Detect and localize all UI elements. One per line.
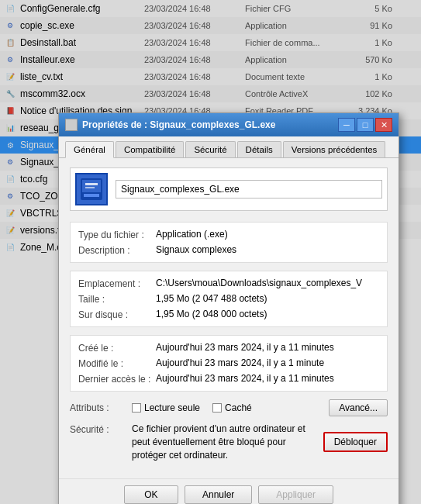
dialog-content: Signaux_complexes_GL.exe Type du fichier… — [59, 158, 399, 478]
tabs-bar: Général Compatibilité Sécurité Détails V… — [59, 136, 399, 158]
hidden-checkbox[interactable] — [212, 403, 222, 413]
properties-dialog: Propriétés de : Signaux_complexes_GL.exe… — [58, 112, 399, 504]
file-type-label: Type du fichier : — [78, 229, 156, 240]
tab-compatibilite[interactable]: Compatibilité — [116, 141, 184, 157]
type-description-section: Type du fichier : Application (.exe) Des… — [70, 222, 388, 263]
tab-securite[interactable]: Sécurité — [185, 141, 235, 157]
description-row: Description : Signaux complexes — [78, 244, 379, 256]
readonly-label: Lecture seule — [144, 402, 200, 413]
file-type-row: Type du fichier : Application (.exe) — [78, 229, 379, 240]
hidden-label: Caché — [225, 402, 252, 413]
readonly-checkbox[interactable] — [132, 403, 141, 413]
cancel-button[interactable]: Annuler — [185, 485, 252, 504]
app-icon-svg — [79, 177, 104, 202]
disk-size-label: Sur disque : — [78, 309, 156, 320]
disk-size-value: 1,95 Mo (2 048 000 octets) — [156, 309, 379, 319]
security-label: Sécurité : — [70, 423, 132, 435]
attributes-row: Attributs : Lecture seule Caché Avancé..… — [70, 399, 388, 416]
tab-general[interactable]: Général — [65, 141, 114, 158]
title-bar-left: Propriétés de : Signaux_complexes_GL.exe — [65, 119, 275, 131]
readonly-checkbox-item[interactable]: Lecture seule — [132, 402, 200, 413]
accessed-row: Dernier accès le : Aujourd'hui 23 mars 2… — [78, 373, 379, 385]
title-controls: ─ □ ✕ — [338, 118, 392, 132]
dialog-title: Propriétés de : Signaux_complexes_GL.exe — [82, 119, 275, 130]
created-label: Créé le : — [78, 342, 156, 354]
disk-size-row: Sur disque : 1,95 Mo (2 048 000 octets) — [78, 309, 379, 320]
minimize-button[interactable]: ─ — [338, 118, 355, 132]
dialog-title-icon — [65, 119, 78, 131]
debloquer-button[interactable]: Débloquer — [323, 432, 388, 452]
dialog-footer: OK Annuler Appliquer — [59, 478, 399, 504]
tab-details[interactable]: Détails — [237, 141, 281, 157]
attributes-section: Attributs : Lecture seule Caché Avancé..… — [70, 399, 388, 416]
location-row: Emplacement : C:\Users\moua\Downloads\si… — [78, 278, 379, 289]
dates-section: Créé le : Aujourd'hui 23 mars 2024, il y… — [70, 335, 388, 392]
size-row: Taille : 1,95 Mo (2 047 488 octets) — [78, 293, 379, 305]
hidden-checkbox-item[interactable]: Caché — [212, 402, 252, 413]
attributes-label: Attributs : — [70, 402, 132, 413]
size-label: Taille : — [78, 293, 156, 305]
title-bar: Propriétés de : Signaux_complexes_GL.exe… — [59, 113, 399, 136]
size-value: 1,95 Mo (2 047 488 octets) — [156, 293, 379, 304]
app-big-icon — [75, 173, 108, 205]
description-value: Signaux complexes — [156, 244, 379, 255]
app-name-field: Signaux_complexes_GL.exe — [116, 180, 382, 198]
maximize-button[interactable]: □ — [357, 118, 374, 132]
advanced-button[interactable]: Avancé... — [329, 399, 388, 416]
modified-label: Modifié le : — [78, 357, 156, 369]
svg-rect-4 — [85, 187, 95, 188]
svg-rect-1 — [82, 180, 101, 192]
location-value: C:\Users\moua\Downloads\signaux_complexe… — [156, 278, 379, 288]
file-type-value: Application (.exe) — [156, 229, 379, 240]
security-text: Ce fichier provient d'un autre ordinateu… — [132, 423, 317, 461]
created-value: Aujourd'hui 23 mars 2024, il y a 11 minu… — [156, 342, 379, 353]
apply-button[interactable]: Appliquer — [258, 485, 333, 504]
app-header: Signaux_complexes_GL.exe — [70, 167, 388, 211]
ok-button[interactable]: OK — [124, 485, 178, 504]
location-section: Emplacement : C:\Users\moua\Downloads\si… — [70, 271, 388, 327]
svg-rect-3 — [85, 183, 98, 185]
tab-versions-precedentes[interactable]: Versions précédentes — [283, 141, 386, 157]
modified-value: Aujourd'hui 23 mars 2024, il y a 1 minut… — [156, 357, 379, 368]
created-row: Créé le : Aujourd'hui 23 mars 2024, il y… — [78, 342, 379, 354]
close-button[interactable]: ✕ — [375, 118, 392, 132]
svg-rect-2 — [84, 194, 99, 197]
accessed-label: Dernier accès le : — [78, 373, 156, 385]
security-row: Sécurité : Ce fichier provient d'un autr… — [70, 423, 388, 461]
accessed-value: Aujourd'hui 23 mars 2024, il y a 11 minu… — [156, 373, 379, 384]
description-label: Description : — [78, 244, 156, 256]
modified-row: Modifié le : Aujourd'hui 23 mars 2024, i… — [78, 357, 379, 369]
location-label: Emplacement : — [78, 278, 156, 289]
